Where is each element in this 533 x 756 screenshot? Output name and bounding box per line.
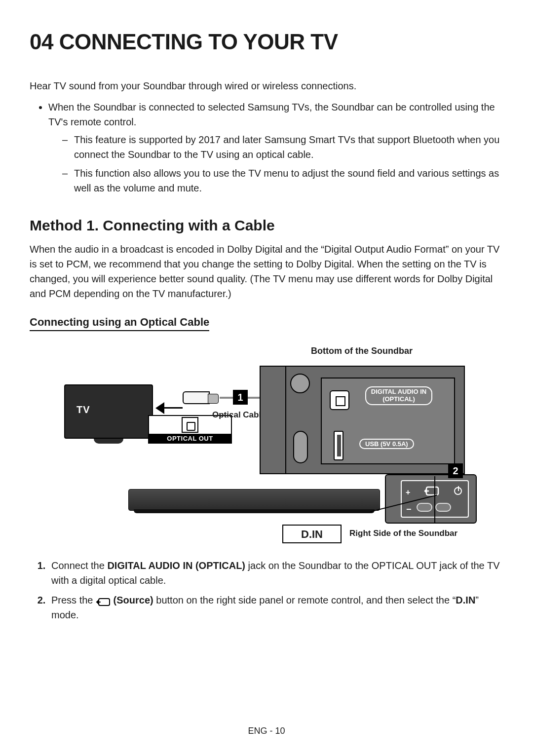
optical-cable-label: Optical Cable	[212, 410, 266, 420]
mount-hole-icon	[290, 374, 310, 393]
optical-port-icon	[182, 417, 198, 433]
arrow-icon	[155, 400, 183, 415]
source-icon	[96, 596, 111, 605]
bullet-remote-control: When the Soundbar is connected to select…	[48, 100, 503, 195]
method-description: When the audio in a broadcast is encoded…	[30, 242, 503, 301]
sub-bullet-bluetooth: This feature is supported by 2017 and la…	[62, 132, 503, 162]
connection-diagram: Bottom of the Soundbar TV OPTICAL OUT 1 …	[54, 346, 479, 543]
chapter-title: 04 CONNECTING TO YOUR TV	[30, 30, 503, 54]
usb-port-icon	[334, 431, 343, 460]
label-bottom-of-soundbar: Bottom of the Soundbar	[311, 346, 413, 356]
volume-up-icon: +	[406, 488, 410, 497]
method-heading: Method 1. Connecting with a Cable	[30, 217, 503, 234]
source-icon	[423, 485, 440, 497]
sub-bullet-tv-menu: This function also allows you to use the…	[62, 166, 503, 195]
step-badge-1: 1	[233, 390, 248, 405]
step1-bold: DIGITAL AUDIO IN (OPTICAL)	[107, 560, 245, 571]
page-footer: ENG - 10	[0, 726, 533, 736]
cable-plug-icon	[183, 391, 210, 404]
soundbar-side-control-panel: 2 + −	[385, 474, 477, 524]
power-icon	[454, 487, 462, 495]
button-pads	[417, 503, 456, 514]
digital-audio-in-port-icon	[330, 390, 349, 410]
step-1: Connect the DIGITAL AUDIO IN (OPTICAL) j…	[48, 558, 503, 588]
bullet-text: When the Soundbar is connected to select…	[48, 102, 495, 127]
tv-label: TV	[76, 404, 90, 416]
tv-stand	[94, 439, 123, 444]
volume-down-icon: −	[406, 507, 412, 512]
usb-label: USB (5V 0.5A)	[359, 439, 414, 449]
step-2: Press the (Source) button on the right s…	[48, 593, 503, 622]
digital-audio-in-label: DIGITAL AUDIO IN(OPTICAL)	[359, 386, 438, 405]
subsection-heading: Connecting using an Optical Cable	[30, 316, 209, 331]
din-display-label: D.IN	[282, 525, 342, 543]
step-badge-2: 2	[448, 463, 463, 478]
step2-bold: (Source)	[111, 595, 153, 605]
mount-slot-icon	[293, 431, 308, 463]
soundbar-bottom-panel: DIGITAL AUDIO IN(OPTICAL) USB (5V 0.5A)	[260, 366, 465, 474]
step2-din: D.IN	[456, 595, 475, 605]
optical-out-label: OPTICAL OUT	[149, 434, 231, 443]
soundbar-front-icon	[128, 489, 380, 511]
intro-text: Hear TV sound from your Soundbar through…	[30, 79, 503, 93]
pointer-line	[434, 476, 435, 524]
right-side-label: Right Side of the Soundbar	[349, 529, 457, 538]
